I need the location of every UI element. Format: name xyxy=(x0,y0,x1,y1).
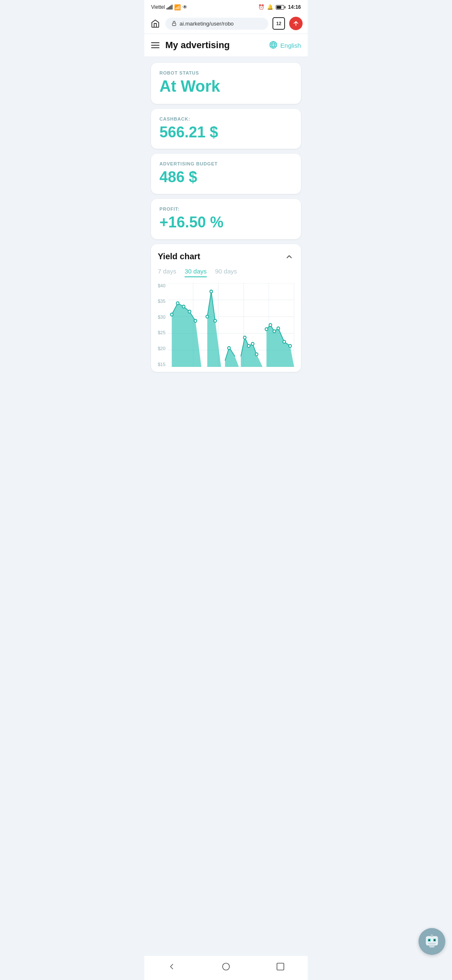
svg-rect-0 xyxy=(172,23,176,26)
cashback-value: 566.21 $ xyxy=(159,124,293,141)
home-icon[interactable] xyxy=(149,18,161,29)
svg-point-23 xyxy=(206,315,209,318)
profit-label: PROFIT: xyxy=(159,206,293,211)
lock-icon xyxy=(171,21,177,26)
svg-point-27 xyxy=(244,336,247,339)
yield-chart-section: Yield chart 7 days 30 days 90 days $40 $… xyxy=(151,244,301,372)
y-label-35: $35 xyxy=(158,299,165,304)
carrier-name: Viettel xyxy=(151,4,165,10)
y-axis: $40 $35 $30 $25 $20 $15 xyxy=(158,283,168,367)
globe-icon xyxy=(269,40,278,51)
language-label: English xyxy=(280,42,301,49)
svg-point-34 xyxy=(277,327,280,330)
advertising-budget-label: ADVERTISING BUDGET xyxy=(159,161,293,166)
svg-point-18 xyxy=(170,313,173,316)
svg-point-25 xyxy=(214,319,217,322)
main-content: ROBOT STATUS At Work CASHBACK: 566.21 $ … xyxy=(144,57,308,378)
url-text: ai.marketing/user/robo xyxy=(180,21,234,27)
svg-point-24 xyxy=(210,290,213,293)
chart-wrapper: $40 $35 $30 $25 $20 $15 xyxy=(158,283,294,367)
y-label-20: $20 xyxy=(158,346,165,351)
svg-marker-13 xyxy=(172,303,202,367)
chart-collapse-button[interactable] xyxy=(284,252,294,262)
tab-90days[interactable]: 90 days xyxy=(215,268,237,277)
svg-point-28 xyxy=(247,344,250,347)
advertising-budget-card: ADVERTISING BUDGET 486 $ xyxy=(151,154,301,194)
upload-button[interactable] xyxy=(289,17,303,30)
y-label-15: $15 xyxy=(158,362,165,367)
header-left: My advertising xyxy=(151,40,230,51)
signal-icon xyxy=(167,5,172,10)
svg-point-32 xyxy=(269,323,272,326)
status-right: ⏰ 🔔 14:16 xyxy=(258,4,301,10)
robot-status-label: ROBOT STATUS xyxy=(159,70,293,75)
svg-point-19 xyxy=(177,302,180,304)
svg-point-29 xyxy=(252,342,254,345)
chart-area xyxy=(168,283,294,367)
cashback-label: CASHBACK: xyxy=(159,116,293,121)
robot-status-card: ROBOT STATUS At Work xyxy=(151,63,301,104)
y-label-40: $40 xyxy=(158,283,165,288)
bell-icon: 🔔 xyxy=(267,4,273,10)
tab-30days[interactable]: 30 days xyxy=(185,268,207,277)
svg-point-35 xyxy=(283,340,286,343)
app-header: My advertising English xyxy=(144,34,308,57)
time-display: 14:16 xyxy=(288,4,301,10)
browser-bar: ai.marketing/user/robo 12 xyxy=(144,13,308,34)
chart-header: Yield chart xyxy=(158,252,294,262)
page-title: My advertising xyxy=(165,40,230,51)
tab-7days[interactable]: 7 days xyxy=(158,268,176,277)
tab-count-badge[interactable]: 12 xyxy=(272,17,285,30)
svg-point-33 xyxy=(273,330,276,333)
y-label-30: $30 xyxy=(158,315,165,320)
chart-svg xyxy=(168,283,294,367)
robot-status-value: At Work xyxy=(159,78,293,95)
y-label-25: $25 xyxy=(158,330,165,335)
alarm-icon: ⏰ xyxy=(258,4,265,10)
profit-value: +16.50 % xyxy=(159,214,293,231)
advertising-budget-value: 486 $ xyxy=(159,169,293,186)
chart-title: Yield chart xyxy=(158,252,200,261)
status-bar: Viettel 📶 👁 ⏰ 🔔 14:16 xyxy=(144,0,308,13)
svg-marker-15 xyxy=(225,348,239,367)
svg-point-36 xyxy=(289,344,292,347)
svg-point-31 xyxy=(265,328,268,330)
carrier-info: Viettel 📶 👁 xyxy=(151,4,187,10)
svg-point-22 xyxy=(194,319,197,322)
battery-icon xyxy=(276,5,285,10)
svg-point-30 xyxy=(255,353,258,356)
eye-icon: 👁 xyxy=(182,4,187,10)
wifi-icon: 📶 xyxy=(174,4,181,10)
cashback-card: CASHBACK: 566.21 $ xyxy=(151,109,301,149)
hamburger-menu[interactable] xyxy=(151,42,159,48)
language-selector[interactable]: English xyxy=(269,40,301,51)
profit-card: PROFIT: +16.50 % xyxy=(151,199,301,239)
svg-point-26 xyxy=(228,346,231,349)
svg-point-21 xyxy=(188,310,191,313)
url-bar[interactable]: ai.marketing/user/robo xyxy=(165,18,268,30)
svg-point-20 xyxy=(182,305,185,308)
chart-tabs: 7 days 30 days 90 days xyxy=(158,268,294,277)
